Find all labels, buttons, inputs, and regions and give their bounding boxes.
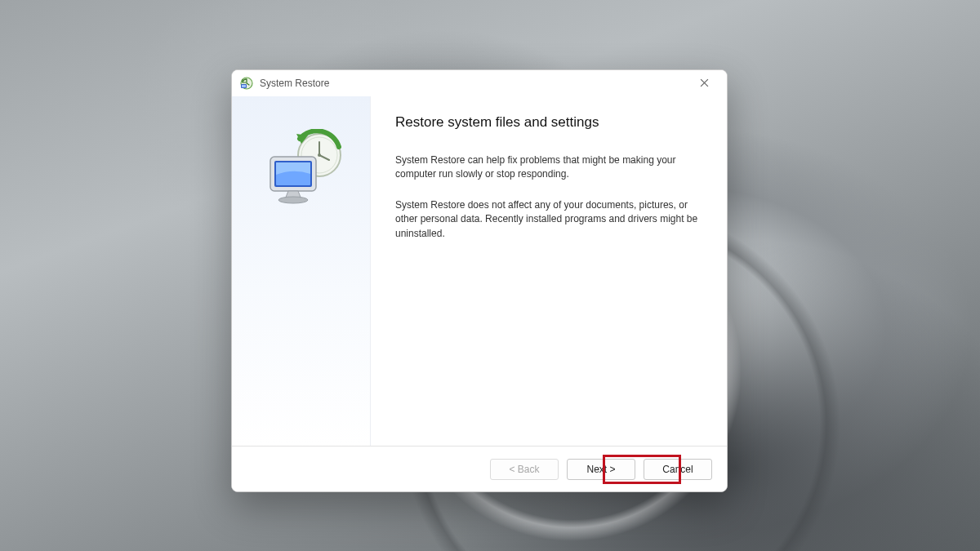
window-title: System Restore (260, 78, 686, 89)
close-button[interactable] (686, 72, 722, 95)
description-paragraph-2: System Restore does not affect any of yo… (395, 198, 702, 241)
system-restore-graphic-icon (261, 129, 350, 211)
system-restore-app-icon (240, 77, 253, 90)
wizard-content: Restore system files and settings System… (371, 96, 727, 446)
back-button: < Back (490, 459, 559, 480)
svg-point-7 (318, 153, 321, 157)
dialog-body: Restore system files and settings System… (232, 96, 727, 446)
cancel-button[interactable]: Cancel (644, 459, 712, 480)
page-heading: Restore system files and settings (395, 114, 702, 131)
svg-point-11 (278, 197, 308, 203)
wizard-side-panel (232, 96, 371, 446)
wizard-footer: < Back Next > Cancel (232, 446, 727, 491)
svg-rect-2 (242, 85, 246, 87)
next-button[interactable]: Next > (567, 459, 635, 480)
system-restore-dialog: System Restore (231, 69, 728, 492)
close-icon (700, 78, 709, 87)
description-paragraph-1: System Restore can help fix problems tha… (395, 153, 702, 182)
titlebar: System Restore (232, 70, 727, 96)
